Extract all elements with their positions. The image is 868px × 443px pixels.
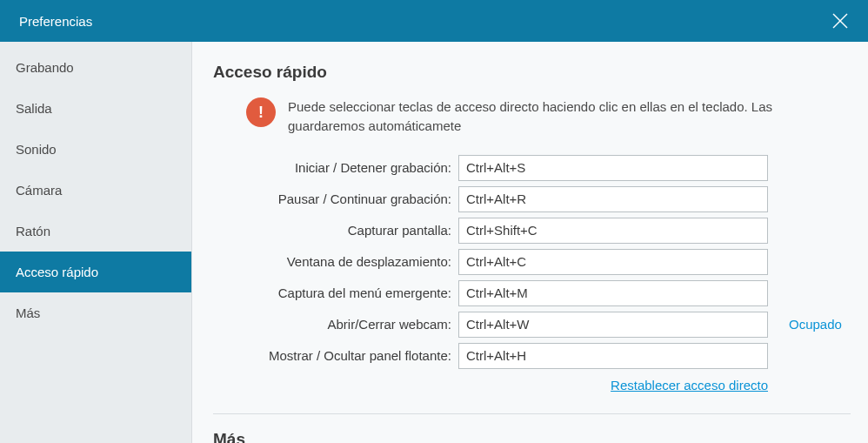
shortcut-label: Mostrar / Ocultar panel flotante: [213, 348, 451, 363]
content-pane[interactable]: Acceso rápido ! Puede seleccionar teclas… [191, 42, 868, 443]
preferences-window: Preferencias Grabando Salida Sonido Cáma… [0, 0, 868, 443]
shortcut-row-pause-resume: Pausar / Continuar grabación: [213, 186, 851, 212]
sidebar-item-label: Sonido [16, 142, 57, 157]
shortcut-label: Ventana de desplazamiento: [213, 254, 451, 269]
shortcut-status: Ocupado [775, 317, 842, 332]
sidebar-item-label: Acceso rápido [16, 265, 98, 279]
shortcut-row-scrolling-window: Ventana de desplazamiento: [213, 249, 851, 275]
shortcut-row-floating-panel: Mostrar / Ocultar panel flotante: [213, 343, 851, 369]
sidebar-item-salida[interactable]: Salida [0, 88, 191, 129]
sidebar-item-mas[interactable]: Más [0, 292, 191, 333]
shortcut-label: Captura del menú emergente: [213, 285, 451, 300]
shortcut-row-popup-menu: Captura del menú emergente: [213, 280, 851, 306]
shortcut-row-capture-screen: Capturar pantalla: [213, 218, 851, 244]
shortcut-input-start-stop[interactable] [458, 155, 768, 181]
sidebar-item-label: Ratón [16, 224, 50, 238]
shortcut-input-floating-panel[interactable] [458, 343, 768, 369]
sidebar: Grabando Salida Sonido Cámara Ratón Acce… [0, 42, 191, 443]
shortcut-input-pause-resume[interactable] [458, 186, 768, 212]
shortcut-input-webcam[interactable] [458, 312, 768, 338]
section-title-mas: Más [213, 430, 851, 444]
section-divider [213, 413, 851, 414]
sidebar-item-raton[interactable]: Ratón [0, 211, 191, 252]
sidebar-item-camara[interactable]: Cámara [0, 170, 191, 211]
sidebar-item-grabando[interactable]: Grabando [0, 47, 191, 88]
sidebar-item-acceso-rapido[interactable]: Acceso rápido [0, 252, 191, 292]
sidebar-item-label: Más [16, 305, 40, 320]
reset-shortcuts-link[interactable]: Restablecer acceso directo [458, 378, 768, 393]
shortcut-list: Iniciar / Detener grabación: Pausar / Co… [213, 155, 851, 369]
sidebar-item-sonido[interactable]: Sonido [0, 129, 191, 170]
shortcut-label: Iniciar / Detener grabación: [213, 160, 451, 175]
shortcut-label: Pausar / Continuar grabación: [213, 191, 451, 206]
info-text: Puede seleccionar teclas de acceso direc… [288, 97, 810, 136]
titlebar-title: Preferencias [19, 14, 92, 29]
dialog-body: Grabando Salida Sonido Cámara Ratón Acce… [0, 42, 868, 443]
titlebar: Preferencias [0, 0, 868, 42]
shortcut-input-scrolling-window[interactable] [458, 249, 768, 275]
sidebar-item-label: Salida [16, 101, 52, 116]
shortcut-input-capture-screen[interactable] [458, 218, 768, 244]
reset-row: Restablecer acceso directo [213, 378, 851, 393]
shortcut-input-popup-menu[interactable] [458, 280, 768, 306]
shortcut-label: Abrir/Cerrar webcam: [213, 317, 451, 332]
shortcut-row-start-stop: Iniciar / Detener grabación: [213, 155, 851, 181]
shortcut-label: Capturar pantalla: [213, 223, 451, 238]
info-row: ! Puede seleccionar teclas de acceso dir… [213, 97, 851, 136]
section-title-acceso-rapido: Acceso rápido [213, 63, 851, 82]
exclamation-icon: ! [246, 97, 276, 127]
sidebar-item-label: Grabando [16, 60, 74, 75]
shortcut-row-webcam: Abrir/Cerrar webcam: Ocupado [213, 312, 851, 338]
sidebar-item-label: Cámara [16, 183, 62, 198]
close-icon[interactable] [831, 12, 849, 30]
exclamation-char: ! [258, 104, 264, 122]
